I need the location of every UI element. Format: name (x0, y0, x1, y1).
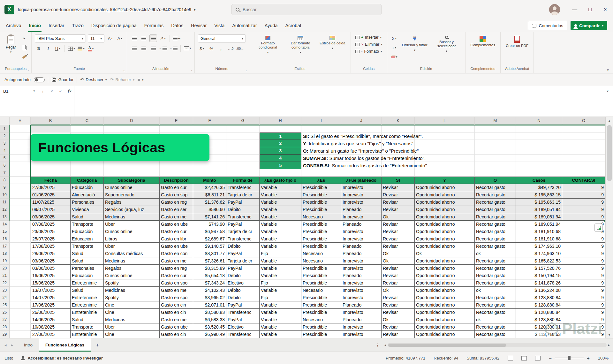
cell-O9[interactable]: 9 (562, 184, 605, 191)
cell-G16[interactable]: Transferenc (226, 235, 260, 243)
scroll-right-icon[interactable]: ▸ (608, 343, 610, 347)
cell-D23[interactable]: Medicinas (104, 287, 160, 294)
cell-N11[interactable]: $ 195,863.15 (516, 199, 562, 206)
underline-button[interactable]: U▾ (54, 45, 62, 52)
cell-F25[interactable]: $2,071.01 (193, 301, 226, 309)
cell-E29[interactable]: Gasto en cin (160, 331, 193, 338)
cell-L9[interactable]: Oportunidad ahorro (415, 184, 475, 191)
cell-H24[interactable]: Fijo (260, 294, 301, 301)
confirm-entry-button[interactable]: ✓ (56, 86, 65, 96)
cell-E20[interactable]: Gasto en reg (160, 265, 193, 272)
cell-A2[interactable] (10, 133, 31, 140)
cell-K9[interactable]: Revisar (382, 184, 415, 191)
cell-I7[interactable] (301, 169, 341, 177)
cell-G22[interactable]: Efectivo (226, 279, 260, 287)
sheet-tab-funciones-logicas[interactable]: Funciones Lógicas (39, 338, 91, 352)
cell-H12[interactable]: Variable (260, 206, 301, 213)
row-header-25[interactable]: 25 (0, 301, 10, 309)
cell-G14[interactable]: PayPal (226, 221, 260, 228)
cell-L15[interactable]: Oportunidad ahorro (415, 228, 475, 235)
ribbon-tab-insertar[interactable]: Insertar (45, 19, 68, 32)
cell-G26[interactable]: Transferenc (226, 309, 260, 316)
ribbon-tab-automatizar[interactable]: Automatizar (228, 19, 261, 32)
cell-H2[interactable]: 1 (260, 133, 301, 140)
cell-N8[interactable]: Casos (516, 177, 562, 184)
cell-N22[interactable]: $ 141,878.26 (516, 279, 562, 287)
cell-M26[interactable]: Recortar gasto (475, 309, 516, 316)
cell-I29[interactable]: Prescindible (301, 331, 341, 338)
cell-C9[interactable]: Educación (71, 184, 104, 191)
cell-M7[interactable] (475, 169, 516, 177)
cell-N23[interactable]: $ 136,224.08 (516, 287, 562, 294)
cell-I8[interactable]: ¿Es (301, 177, 341, 184)
cell-H22[interactable]: Fijo (260, 279, 301, 287)
column-header-N[interactable]: N (516, 117, 562, 125)
cell-A21[interactable] (10, 272, 31, 279)
add-sheet-button[interactable]: + (91, 338, 104, 352)
cell-K14[interactable]: Revisar (382, 221, 415, 228)
column-header-I[interactable]: I (301, 117, 341, 125)
row-header-3[interactable]: 3 (0, 140, 10, 147)
cell-O2[interactable] (562, 133, 605, 140)
scroll-left-icon[interactable]: ◂ (384, 343, 386, 347)
cell-B8[interactable]: Fecha (31, 177, 71, 184)
cell-B20[interactable]: 03/06/2025 (31, 265, 71, 272)
cell-M23[interactable]: ok (475, 287, 516, 294)
row-header-8[interactable]: 8 (0, 177, 10, 184)
row-header-10[interactable]: 10 (0, 191, 10, 199)
search-box[interactable] (231, 4, 382, 15)
column-header-L[interactable]: L (415, 117, 475, 125)
cell-G21[interactable]: Débito (226, 272, 260, 279)
row-header-23[interactable]: 23 (0, 287, 10, 294)
cell-A8[interactable] (10, 177, 31, 184)
cut-button[interactable]: ✂ (20, 34, 28, 42)
page-layout-view-icon[interactable] (521, 356, 527, 360)
cell-O17[interactable]: 9 (562, 243, 605, 250)
cell-D20[interactable]: Regalos (104, 265, 160, 272)
cell-H11[interactable]: Variable (260, 199, 301, 206)
cell-I2[interactable]: SI: Si el gasto es "Prescindible", marca… (301, 133, 341, 140)
cell-A10[interactable] (10, 191, 31, 199)
cell-H27[interactable]: Variable (260, 316, 301, 323)
vertical-scroll-thumb[interactable] (607, 125, 612, 181)
zoom-in-icon[interactable]: + (587, 355, 590, 361)
cell-N1[interactable] (516, 125, 562, 133)
insert-cells-button[interactable]: +Insertar▾ (354, 34, 384, 40)
cell-J8[interactable]: ¿Fue planeado (341, 177, 382, 184)
column-header-A[interactable]: A (10, 117, 31, 125)
cell-F26[interactable]: $8,580.83 (193, 309, 226, 316)
column-header-O[interactable]: O (562, 117, 605, 125)
cell-F28[interactable]: $3,520.45 (193, 323, 226, 331)
document-title-chevron-icon[interactable]: ▾ (194, 8, 195, 11)
cell-M10[interactable]: Recortar gasto (475, 191, 516, 199)
cell-H29[interactable]: Variable (260, 331, 301, 338)
cell-N18[interactable]: $ 174,963.10 (516, 250, 562, 257)
cell-O7[interactable] (562, 169, 605, 177)
cell-B18[interactable]: 28/06/2025 (31, 250, 71, 257)
cell-N10[interactable]: $ 195,863.15 (516, 191, 562, 199)
cell-K28[interactable]: Revisar (382, 323, 415, 331)
cancel-entry-button[interactable]: × (47, 86, 56, 96)
align-center-button[interactable] (140, 44, 148, 52)
ribbon-tab-fórmulas[interactable]: Fórmulas (140, 19, 167, 32)
align-top-button[interactable] (130, 34, 138, 42)
cell-O16[interactable]: 9 (562, 235, 605, 243)
cell-C23[interactable]: Salud (71, 287, 104, 294)
cell-H26[interactable]: Variable (260, 309, 301, 316)
cell-M21[interactable]: Recortar gasto (475, 272, 516, 279)
cell-G23[interactable]: Débito (226, 287, 260, 294)
cell-I10[interactable]: Prescindible (301, 191, 341, 199)
cell-M20[interactable]: Recortar gasto (475, 265, 516, 272)
cell-K26[interactable]: Revisar (382, 309, 415, 316)
orientation-button[interactable]: ↗▾ (159, 34, 167, 42)
increase-indent-button[interactable]: → (169, 44, 178, 52)
cell-K23[interactable]: Ok (382, 287, 415, 294)
cell-G10[interactable]: Tarjeta de cr (226, 191, 260, 199)
cell-M2[interactable] (475, 133, 516, 140)
cell-D24[interactable]: Spotify (104, 294, 160, 301)
cell-F9[interactable]: $2,426.35 (193, 184, 226, 191)
ribbon-tab-trazo[interactable]: Trazo (68, 19, 87, 32)
cell-D25[interactable]: Cine (104, 301, 160, 309)
row-header-13[interactable]: 13 (0, 213, 10, 221)
cell-H19[interactable]: Variable (260, 257, 301, 265)
